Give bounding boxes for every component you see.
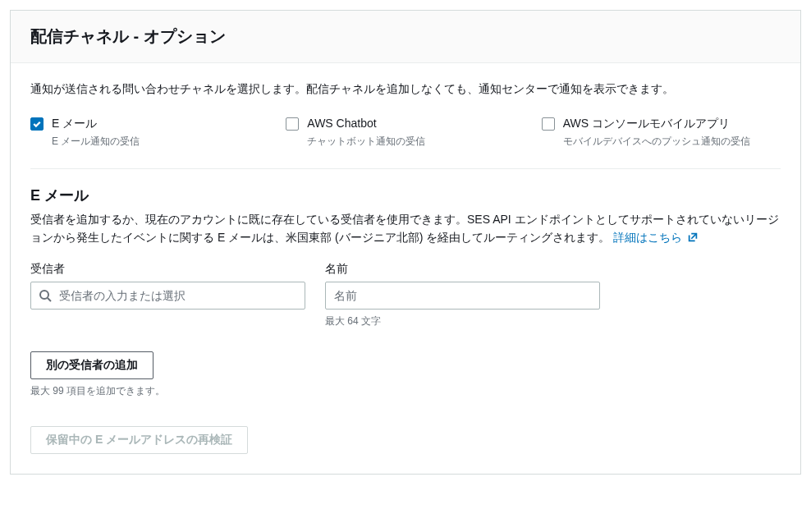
panel-body: 通知が送信される問い合わせチャネルを選択します。配信チャネルを追加しなくても、通…: [11, 63, 800, 474]
channel-chatbot[interactable]: AWS Chatbot チャットボット通知の受信: [286, 116, 525, 149]
name-input-wrap: [325, 282, 600, 310]
name-helper: 最大 64 文字: [325, 314, 600, 328]
email-section-title: E メール: [30, 186, 781, 205]
channel-mobile-info: AWS コンソールモバイルアプリ モバイルデバイスへのプッシュ通知の受信: [563, 116, 781, 149]
add-recipient-button[interactable]: 別の受信者の追加: [30, 351, 153, 379]
learn-more-link[interactable]: 詳細はこちら: [613, 231, 699, 244]
recipient-input-wrap: [30, 282, 305, 310]
channel-email-checkbox[interactable]: [30, 117, 44, 131]
channel-email-info: E メール E メール通知の受信: [52, 116, 269, 149]
recipient-label: 受信者: [30, 262, 305, 277]
email-form-row: 受信者 名前 最大 64 文字: [30, 262, 781, 328]
revalidate-button: 保留中の E メールアドレスの再検証: [30, 426, 248, 454]
name-group: 名前 最大 64 文字: [325, 262, 600, 328]
panel-title: 配信チャネル - オプション: [30, 25, 781, 48]
external-link-icon: [687, 232, 699, 243]
channel-mobile[interactable]: AWS コンソールモバイルアプリ モバイルデバイスへのプッシュ通知の受信: [542, 116, 781, 149]
recipient-input[interactable]: [30, 282, 305, 310]
channel-options: E メール E メール通知の受信 AWS Chatbot チャットボット通知の受…: [30, 116, 781, 169]
name-label: 名前: [325, 262, 600, 277]
channel-chatbot-label: AWS Chatbot: [307, 116, 525, 132]
add-recipient-helper: 最大 99 項目を追加できます。: [30, 384, 781, 398]
revalidate-block: 保留中の E メールアドレスの再検証: [30, 426, 781, 454]
panel-header: 配信チャネル - オプション: [11, 11, 800, 63]
channel-mobile-checkbox[interactable]: [542, 117, 555, 131]
recipient-group: 受信者: [30, 262, 305, 310]
channel-chatbot-sub: チャットボット通知の受信: [307, 134, 525, 149]
channel-chatbot-checkbox[interactable]: [286, 117, 299, 131]
check-icon: [32, 119, 42, 129]
channel-mobile-sub: モバイルデバイスへのプッシュ通知の受信: [563, 134, 781, 149]
delivery-channel-panel: 配信チャネル - オプション 通知が送信される問い合わせチャネルを選択します。配…: [10, 10, 801, 475]
channel-email-sub: E メール通知の受信: [52, 134, 269, 149]
email-section-description: 受信者を追加するか、現在のアカウントに既に存在している受信者を使用できます。SE…: [30, 210, 781, 247]
channel-email-label: E メール: [52, 116, 269, 132]
name-input[interactable]: [325, 282, 600, 310]
channel-email[interactable]: E メール E メール通知の受信: [30, 116, 269, 149]
channel-chatbot-info: AWS Chatbot チャットボット通知の受信: [307, 116, 525, 149]
add-recipient-block: 別の受信者の追加 最大 99 項目を追加できます。: [30, 351, 781, 398]
learn-more-text: 詳細はこちら: [613, 231, 685, 244]
channel-mobile-label: AWS コンソールモバイルアプリ: [563, 116, 781, 132]
email-section: E メール 受信者を追加するか、現在のアカウントに既に存在している受信者を使用で…: [30, 186, 781, 454]
panel-description: 通知が送信される問い合わせチャネルを選択します。配信チャネルを追加しなくても、通…: [30, 80, 781, 98]
